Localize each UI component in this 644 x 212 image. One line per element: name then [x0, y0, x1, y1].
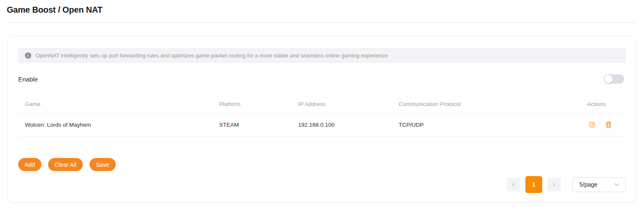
column-header-actions: Actions: [587, 101, 626, 107]
cell-platform: STEAM: [219, 122, 298, 128]
cell-actions: [587, 121, 626, 128]
page-title: Game Boost / Open NAT: [7, 5, 103, 15]
enable-label: Enable: [18, 76, 38, 83]
chevron-right-icon: [551, 182, 557, 188]
cell-game: Wolcen: Lords of Mayhem: [18, 122, 219, 128]
save-button[interactable]: Save: [90, 158, 116, 171]
action-buttons: Add Clear All Save: [18, 158, 626, 171]
chevron-down-icon: [614, 183, 620, 186]
info-icon: [25, 52, 31, 59]
games-table: Game Platform IP Address Communication P…: [18, 95, 626, 136]
cell-protocol: TCP/UDP: [399, 122, 587, 128]
enable-toggle[interactable]: [604, 74, 624, 84]
info-banner: OpenNAT intelligently sets up port forwa…: [18, 48, 626, 63]
next-page-button[interactable]: [547, 178, 561, 191]
edit-icon[interactable]: [589, 121, 596, 128]
enable-row: Enable: [18, 70, 626, 88]
title-divider: [7, 22, 636, 23]
page-size-select[interactable]: 5/page: [572, 177, 626, 192]
toggle-knob: [604, 75, 613, 83]
clear-all-button[interactable]: Clear All: [48, 158, 83, 171]
column-header-platform: Platform: [219, 101, 298, 107]
add-button[interactable]: Add: [18, 158, 41, 171]
page-size-value: 5/page: [579, 181, 598, 188]
column-header-protocol: Communication Protocol: [399, 101, 587, 107]
page-number-button[interactable]: 1: [525, 176, 542, 193]
open-nat-panel: OpenNAT intelligently sets up port forwa…: [8, 36, 636, 202]
trash-icon[interactable]: [605, 121, 612, 128]
chevron-left-icon: [511, 182, 516, 188]
column-header-game: Game: [18, 101, 219, 107]
cell-ip-address: 192.168.0.100: [298, 122, 399, 128]
table-row: Wolcen: Lords of Mayhem STEAM 192.168.0.…: [18, 114, 626, 136]
table-header-row: Game Platform IP Address Communication P…: [18, 95, 626, 114]
column-header-ip-address: IP Address: [298, 101, 399, 107]
pagination: 1 5/page: [18, 176, 626, 193]
info-banner-text: OpenNAT intelligently sets up port forwa…: [35, 52, 388, 59]
previous-page-button[interactable]: [507, 178, 520, 191]
